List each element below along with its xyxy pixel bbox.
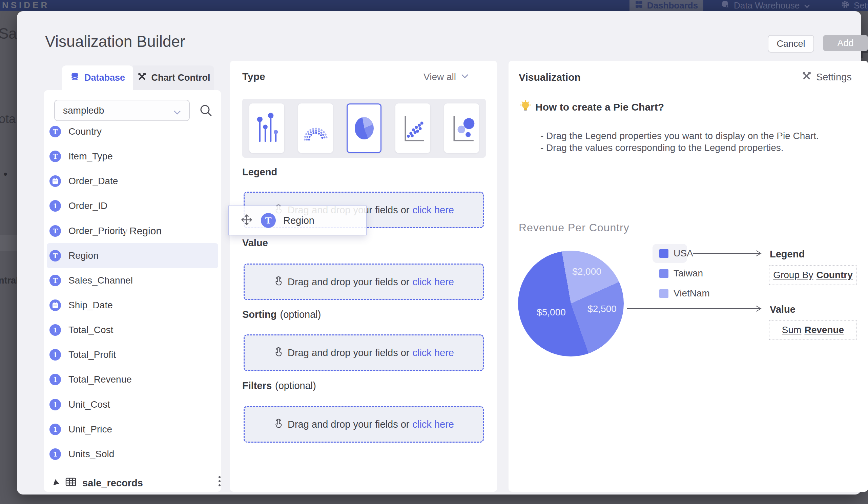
- drag-ghost-label: Region: [130, 225, 162, 237]
- field-label: Sales_Channel: [69, 275, 133, 286]
- value-dropzone[interactable]: Drag and drop your fields or click here: [244, 263, 484, 300]
- field-label: Region: [69, 250, 99, 261]
- group-by-country-box[interactable]: Group By Country: [769, 265, 857, 285]
- drag-chip-region[interactable]: T Region: [228, 205, 366, 235]
- gear-icon: [841, 0, 850, 11]
- table-row-sale-records[interactable]: sale_records: [54, 474, 217, 492]
- text-type-icon: T: [50, 250, 61, 262]
- field-label: Item_Type: [69, 151, 113, 162]
- sorting-dropzone[interactable]: Drag and drop your fields or click here: [244, 334, 484, 371]
- nav-item-data-warehouse[interactable]: Data Warehouse: [721, 0, 810, 11]
- chevron-down-icon: [461, 73, 469, 80]
- cancel-button[interactable]: Cancel: [768, 35, 814, 52]
- value-section-heading: Value: [242, 238, 271, 249]
- field-label: Units_Sold: [69, 449, 114, 460]
- text-type-icon: T: [50, 151, 61, 162]
- chart-builder-panel: Type View all: [230, 61, 497, 492]
- date-type-icon: [50, 300, 61, 311]
- add-button[interactable]: Add: [823, 35, 868, 51]
- sum-revenue-box[interactable]: Sum Revenue: [769, 320, 857, 340]
- nav-label: Dashboards: [647, 0, 698, 11]
- tap-hand-icon: [273, 275, 283, 289]
- chart-type-pie-selected[interactable]: [347, 103, 382, 153]
- number-type-icon: 1: [50, 374, 61, 385]
- field-label: Unit_Cost: [69, 399, 110, 410]
- filters-section-heading: Filters(optional): [242, 380, 316, 391]
- field-row[interactable]: 1Total_Profit: [50, 346, 116, 363]
- dropzone-hint: Drag and drop your fields or: [288, 419, 409, 430]
- number-type-icon: 1: [50, 448, 61, 460]
- field-row[interactable]: 1Unit_Price: [50, 421, 112, 438]
- legend-label-usa[interactable]: USA: [673, 248, 693, 259]
- field-row[interactable]: TOrder_Priority: [50, 222, 127, 240]
- field-row[interactable]: 1Total_Revenue: [50, 371, 132, 388]
- field-row[interactable]: TItem_Type: [50, 148, 113, 165]
- number-type-icon: 1: [50, 200, 61, 212]
- tools-icon: [802, 71, 812, 83]
- field-label: Total_Cost: [69, 325, 113, 335]
- field-row[interactable]: 1Order_ID: [50, 198, 107, 214]
- dropzone-click-here-link[interactable]: click here: [412, 419, 454, 430]
- field-row[interactable]: TSales_Channel: [50, 272, 133, 289]
- field-row[interactable]: 1Units_Sold: [50, 446, 114, 463]
- visualization-builder-modal: Visualization Builder Cancel Add Databas…: [17, 11, 861, 494]
- field-label: Order_ID: [69, 200, 107, 211]
- tab-chart-control[interactable]: Chart Control: [133, 65, 214, 90]
- visualization-heading: Visualization: [519, 72, 581, 83]
- settings-button[interactable]: Settings: [802, 71, 852, 83]
- nav-item-dashboards[interactable]: Dashboards: [630, 0, 703, 11]
- legend-arrow: [693, 249, 765, 258]
- table-name: sale_records: [82, 477, 143, 489]
- field-row[interactable]: 1Total_Cost: [50, 322, 113, 339]
- field-row[interactable]: Ship_Date: [50, 297, 113, 314]
- search-icon[interactable]: [198, 103, 214, 118]
- field-row-region[interactable]: TRegion: [50, 247, 99, 264]
- dropzone-click-here-link[interactable]: click here: [412, 276, 454, 288]
- field-row[interactable]: 1Unit_Cost: [50, 396, 110, 413]
- tab-label: Chart Control: [152, 73, 210, 83]
- number-type-icon: 1: [50, 349, 61, 361]
- sorting-section-heading: Sorting(optional): [242, 309, 321, 320]
- annotation-legend-heading: Legend: [770, 249, 805, 260]
- filters-dropzone[interactable]: Drag and drop your fields or click here: [244, 406, 484, 443]
- field-label: Order_Priority: [69, 225, 127, 236]
- modal-title: Visualization Builder: [45, 32, 185, 51]
- pie-label-taiwan: $2,500: [588, 304, 617, 314]
- legend-swatch-taiwan: [659, 269, 669, 278]
- field-label: Total_Profit: [69, 349, 116, 360]
- help-line: - Drag the values corresponding to the L…: [540, 142, 784, 153]
- value-arrow: [627, 304, 765, 313]
- legend-swatch-vietnam: [659, 289, 669, 298]
- expand-triangle-icon[interactable]: [53, 479, 60, 487]
- move-icon: [240, 214, 253, 227]
- chart-type-bubble[interactable]: [444, 103, 479, 153]
- text-type-icon: T: [261, 213, 276, 228]
- dropzone-hint: Drag and drop your fields or: [288, 276, 409, 288]
- chart-type-arc-dots[interactable]: [298, 103, 333, 153]
- kebab-menu-icon[interactable]: [218, 476, 220, 486]
- app-logo: NSIDER: [2, 0, 50, 10]
- view-all-button[interactable]: View all: [424, 72, 469, 82]
- number-type-icon: 1: [50, 324, 61, 336]
- field-row[interactable]: TCountry: [50, 123, 102, 140]
- tap-hand-icon: [273, 418, 283, 431]
- bg-bullet: •: [3, 168, 8, 181]
- legend-label-taiwan[interactable]: Taiwan: [673, 268, 703, 279]
- tap-hand-icon: [273, 346, 283, 360]
- visualization-preview-panel: Visualization Settings How to create a P…: [508, 61, 868, 492]
- nav-item-settings[interactable]: Settings: [841, 0, 868, 11]
- tab-label: Database: [84, 73, 125, 83]
- legend-label-vietnam[interactable]: VietNam: [673, 288, 710, 299]
- tab-database[interactable]: Database: [62, 65, 133, 90]
- chart-type-lollipop[interactable]: [249, 103, 284, 153]
- dropzone-click-here-link[interactable]: click here: [412, 347, 454, 359]
- group-by-value: Country: [816, 270, 852, 281]
- dropzone-click-here-link[interactable]: click here: [412, 204, 454, 216]
- field-label: Unit_Price: [69, 424, 112, 435]
- text-type-icon: T: [50, 225, 61, 237]
- field-row[interactable]: Order_Date: [50, 173, 118, 190]
- bg-band: [0, 235, 17, 251]
- chart-type-scatter[interactable]: [395, 103, 430, 153]
- date-type-icon: [50, 175, 61, 187]
- database-select[interactable]: sampledb: [54, 100, 190, 121]
